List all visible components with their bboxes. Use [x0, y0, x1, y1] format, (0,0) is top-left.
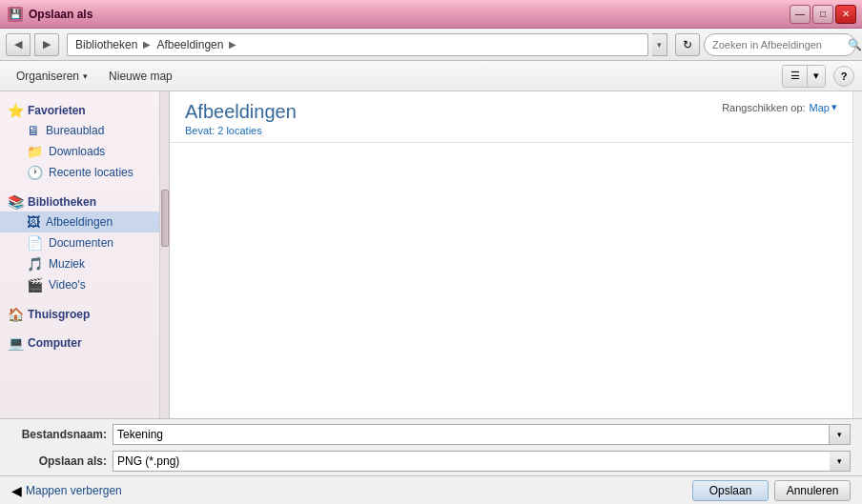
sidebar-group-libraries[interactable]: 📚 Bibliotheken	[0, 191, 159, 212]
sidebar-item-afbeeldingen[interactable]: 🖼 Afbeeldingen	[0, 212, 159, 232]
content-sort: Rangschikken op: Map ▾	[722, 101, 837, 113]
cancel-button[interactable]: Annuleren	[774, 480, 851, 501]
refresh-button[interactable]: ↻	[675, 33, 700, 56]
organize-arrow: ▾	[83, 71, 88, 81]
sidebar-item-documenten[interactable]: 📄 Documenten	[0, 232, 159, 253]
organize-label: Organiseren	[16, 70, 79, 83]
footer: ◀ Mappen verbergen Opslaan Annuleren	[0, 475, 862, 504]
view-dropdown-button[interactable]: ▾	[808, 66, 825, 87]
muziek-icon: 🎵	[27, 256, 43, 272]
downloads-icon: 📁	[27, 144, 43, 159]
documenten-icon: 📄	[27, 235, 43, 251]
sidebar-item-muziek[interactable]: 🎵 Muziek	[0, 253, 159, 274]
muziek-label: Muziek	[49, 257, 85, 271]
content-scrollbar[interactable]	[852, 91, 862, 418]
search-wrap: 🔍	[704, 33, 856, 56]
content-body	[170, 143, 852, 418]
bureaublad-label: Bureaublad	[46, 124, 104, 137]
minimize-button[interactable]: —	[790, 5, 811, 24]
back-button[interactable]: ◀	[6, 33, 31, 56]
libraries-label: Bibliotheken	[28, 195, 96, 209]
recente-locaties-icon: 🕐	[27, 165, 43, 180]
content-title: Afbeeldingen	[185, 101, 297, 123]
filename-dropdown-button[interactable]: ▾	[830, 424, 851, 445]
homegroup-icon: 🏠	[8, 307, 24, 322]
search-input[interactable]	[712, 39, 844, 50]
title-bar-left: 💾 Opslaan als	[8, 7, 92, 22]
main-area: ⭐ Favorieten 🖥 Bureaublad 📁 Downloads 🕐 …	[0, 91, 862, 418]
path-item-libraries[interactable]: Bibliotheken	[72, 37, 141, 52]
address-dropdown-button[interactable]: ▾	[652, 33, 667, 56]
help-button[interactable]: ?	[833, 66, 854, 87]
new-folder-button[interactable]: Nieuwe map	[100, 64, 181, 89]
filename-input[interactable]	[113, 424, 830, 445]
bureaublad-icon: 🖥	[27, 123, 40, 138]
sort-value-button[interactable]: Map ▾	[810, 101, 837, 113]
homegroup-label: Thuisgroep	[28, 308, 90, 321]
favorites-label: Favorieten	[28, 104, 86, 117]
close-button[interactable]: ✕	[835, 5, 856, 24]
title-bar: 💾 Opslaan als — □ ✕	[0, 0, 862, 29]
path-arrow-1: ▶	[143, 39, 151, 50]
bottom-section: Bestandsnaam: ▾ Opslaan als: PNG (*.png)…	[0, 418, 862, 475]
afbeeldingen-label: Afbeeldingen	[46, 215, 113, 229]
view-icon-button[interactable]: ☰	[783, 66, 808, 87]
sidebar-item-videos[interactable]: 🎬 Video's	[0, 274, 159, 295]
content-header: Afbeeldingen Bevat: 2 locaties Rangschik…	[170, 91, 852, 143]
title-icon: 💾	[8, 7, 23, 22]
downloads-label: Downloads	[49, 145, 105, 158]
hide-folders-label: Mappen verbergen	[26, 484, 122, 497]
sidebar-scrollbar[interactable]	[160, 91, 170, 418]
filetype-label: Opslaan als:	[11, 454, 107, 468]
filename-input-wrap: ▾	[113, 424, 851, 445]
new-folder-label: Nieuwe map	[109, 70, 173, 83]
videos-label: Video's	[49, 278, 86, 292]
content-subtitle: Bevat: 2 locaties	[185, 125, 297, 136]
address-bar: ◀ ▶ Bibliotheken ▶ Afbeeldingen ▶ ▾ ↻ 🔍	[0, 29, 862, 61]
filename-row: Bestandsnaam: ▾	[11, 424, 851, 445]
address-input-wrap: Bibliotheken ▶ Afbeeldingen ▶	[67, 33, 648, 56]
sidebar: ⭐ Favorieten 🖥 Bureaublad 📁 Downloads 🕐 …	[0, 91, 160, 418]
view-buttons: ☰ ▾	[782, 65, 826, 88]
title-text: Opslaan als	[29, 8, 92, 21]
subtitle-count[interactable]: 2 locaties	[217, 125, 261, 136]
filetype-row: Opslaan als: PNG (*.png) JPEG (*.jpg) BM…	[11, 451, 851, 472]
sidebar-item-bureaublad[interactable]: 🖥 Bureaublad	[0, 120, 159, 141]
footer-action-buttons: Opslaan Annuleren	[692, 480, 851, 501]
computer-icon: 💻	[8, 335, 24, 351]
videos-icon: 🎬	[27, 277, 43, 292]
toolbar: Organiseren ▾ Nieuwe map ☰ ▾ ?	[0, 61, 862, 91]
title-bar-controls: — □ ✕	[790, 5, 856, 24]
save-button[interactable]: Opslaan	[692, 480, 769, 501]
subtitle-prefix: Bevat:	[185, 125, 215, 136]
favorites-icon: ⭐	[8, 103, 24, 118]
sidebar-scroll: ⭐ Favorieten 🖥 Bureaublad 📁 Downloads 🕐 …	[0, 91, 159, 418]
organize-button[interactable]: Organiseren ▾	[8, 64, 96, 89]
computer-label: Computer	[28, 336, 82, 350]
sort-label: Rangschikken op:	[722, 102, 805, 113]
libraries-icon: 📚	[8, 194, 24, 210]
content-area: Afbeeldingen Bevat: 2 locaties Rangschik…	[170, 91, 852, 418]
documenten-label: Documenten	[49, 236, 113, 250]
filetype-select-wrap: PNG (*.png) JPEG (*.jpg) BMP (*.bmp) GIF…	[113, 451, 851, 472]
sidebar-group-computer[interactable]: 💻 Computer	[0, 332, 159, 353]
hide-folders-button[interactable]: ◀ Mappen verbergen	[11, 483, 122, 498]
forward-button[interactable]: ▶	[34, 33, 59, 56]
path-item-afbeeldingen[interactable]: Afbeeldingen	[153, 37, 227, 52]
filename-label: Bestandsnaam:	[11, 428, 107, 441]
hide-folders-icon: ◀	[11, 483, 22, 498]
path-arrow-2: ▶	[229, 39, 236, 50]
sidebar-scrollbar-thumb	[161, 190, 169, 247]
maximize-button[interactable]: □	[812, 5, 833, 24]
sidebar-item-recente-locaties[interactable]: 🕐 Recente locaties	[0, 162, 159, 183]
address-path: Bibliotheken ▶ Afbeeldingen ▶	[72, 37, 236, 52]
filetype-select[interactable]: PNG (*.png) JPEG (*.jpg) BMP (*.bmp) GIF…	[113, 451, 851, 472]
sidebar-group-homegroup[interactable]: 🏠 Thuisgroep	[0, 303, 159, 324]
sidebar-item-downloads[interactable]: 📁 Downloads	[0, 141, 159, 162]
sidebar-group-favorites[interactable]: ⭐ Favorieten	[0, 99, 159, 120]
search-icon[interactable]: 🔍	[848, 38, 862, 51]
recente-locaties-label: Recente locaties	[49, 166, 133, 179]
afbeeldingen-icon: 🖼	[27, 214, 40, 230]
